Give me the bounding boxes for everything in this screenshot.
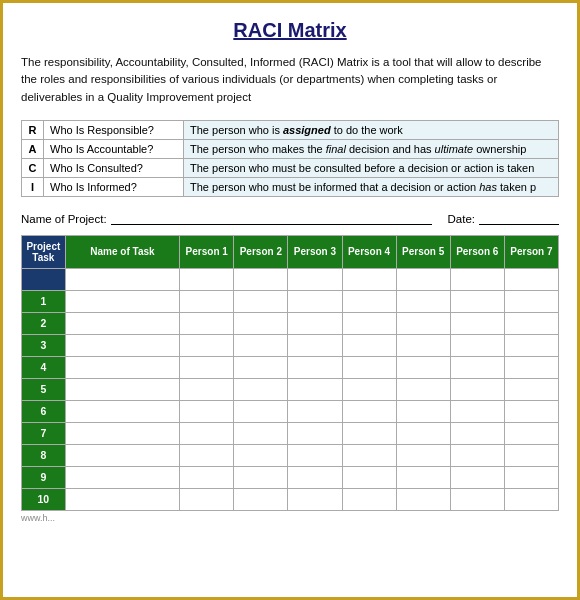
- person1-header: Person 1: [180, 235, 234, 268]
- person-raci-cell: [342, 356, 396, 378]
- person-raci-cell: [342, 422, 396, 444]
- person-raci-cell: [450, 290, 504, 312]
- page-title: RACI Matrix: [21, 19, 559, 42]
- legend-letter: R: [22, 120, 44, 139]
- person-raci-cell: [504, 312, 558, 334]
- person-raci-cell: [180, 312, 234, 334]
- project-task-header: Project Task: [22, 235, 66, 268]
- person-raci-cell: [504, 466, 558, 488]
- legend-question: Who Is Responsible?: [44, 120, 184, 139]
- person-raci-cell: [234, 400, 288, 422]
- person5-header: Person 5: [396, 235, 450, 268]
- person7-header: Person 7: [504, 235, 558, 268]
- person-raci-cell: [504, 378, 558, 400]
- person-raci-cell: [342, 334, 396, 356]
- person-raci-cell: [288, 378, 342, 400]
- person-raci-cell: [504, 422, 558, 444]
- person-raci-cell: [396, 290, 450, 312]
- legend-table: RWho Is Responsible?The person who is as…: [21, 120, 559, 197]
- person-raci-cell: [234, 290, 288, 312]
- person-raci-cell: [504, 400, 558, 422]
- project-label: Name of Project:: [21, 213, 107, 225]
- person-raci-cell: [288, 466, 342, 488]
- legend-description: The person who is assigned to do the wor…: [184, 120, 559, 139]
- row-number: 6: [22, 400, 66, 422]
- person-raci-cell: [396, 312, 450, 334]
- task-name-cell: [65, 290, 179, 312]
- person-raci-cell: [288, 356, 342, 378]
- empty-data-cell: [234, 268, 288, 290]
- person-raci-cell: [234, 488, 288, 510]
- empty-data-cell: [504, 268, 558, 290]
- person-raci-cell: [288, 290, 342, 312]
- project-line: Name of Project: Date:: [21, 211, 559, 225]
- person-raci-cell: [450, 356, 504, 378]
- empty-data-cell: [396, 268, 450, 290]
- task-name-cell: [65, 422, 179, 444]
- person-raci-cell: [180, 290, 234, 312]
- person-raci-cell: [180, 422, 234, 444]
- watermark: www.h...: [21, 513, 559, 523]
- row-number: 7: [22, 422, 66, 444]
- person-raci-cell: [342, 466, 396, 488]
- date-label: Date:: [448, 213, 476, 225]
- person-raci-cell: [504, 334, 558, 356]
- person-raci-cell: [342, 312, 396, 334]
- legend-description: The person who makes the final decision …: [184, 139, 559, 158]
- row-number: 3: [22, 334, 66, 356]
- person-raci-cell: [342, 488, 396, 510]
- person-raci-cell: [180, 400, 234, 422]
- legend-question: Who Is Consulted?: [44, 158, 184, 177]
- person-raci-cell: [504, 444, 558, 466]
- person4-header: Person 4: [342, 235, 396, 268]
- person-raci-cell: [450, 422, 504, 444]
- person-raci-cell: [234, 466, 288, 488]
- person-raci-cell: [396, 334, 450, 356]
- person-raci-cell: [450, 400, 504, 422]
- row-number: 4: [22, 356, 66, 378]
- task-name-cell: [65, 312, 179, 334]
- task-name-cell: [65, 378, 179, 400]
- task-name-cell: [65, 400, 179, 422]
- person-raci-cell: [180, 334, 234, 356]
- person-raci-cell: [450, 334, 504, 356]
- row-number: 1: [22, 290, 66, 312]
- row-number: 2: [22, 312, 66, 334]
- legend-letter: A: [22, 139, 44, 158]
- person-raci-cell: [450, 466, 504, 488]
- person-raci-cell: [396, 422, 450, 444]
- person2-header: Person 2: [234, 235, 288, 268]
- person-raci-cell: [234, 422, 288, 444]
- person-raci-cell: [504, 356, 558, 378]
- person-raci-cell: [396, 466, 450, 488]
- person-raci-cell: [450, 488, 504, 510]
- empty-project-cell: [22, 268, 66, 290]
- person-raci-cell: [180, 488, 234, 510]
- person3-header: Person 3: [288, 235, 342, 268]
- person-raci-cell: [288, 444, 342, 466]
- empty-data-cell: [180, 268, 234, 290]
- person-raci-cell: [504, 290, 558, 312]
- task-name-cell: [65, 466, 179, 488]
- person-raci-cell: [180, 378, 234, 400]
- date-underline: [479, 211, 559, 225]
- person6-header: Person 6: [450, 235, 504, 268]
- person-raci-cell: [180, 444, 234, 466]
- person-raci-cell: [234, 356, 288, 378]
- empty-data-cell: [288, 268, 342, 290]
- person-raci-cell: [234, 378, 288, 400]
- person-raci-cell: [342, 290, 396, 312]
- legend-letter: C: [22, 158, 44, 177]
- task-name-cell: [65, 444, 179, 466]
- person-raci-cell: [288, 312, 342, 334]
- legend-description: The person who must be informed that a d…: [184, 177, 559, 196]
- project-underline: [111, 211, 432, 225]
- person-raci-cell: [450, 312, 504, 334]
- person-raci-cell: [180, 466, 234, 488]
- person-raci-cell: [288, 422, 342, 444]
- person-raci-cell: [234, 334, 288, 356]
- person-raci-cell: [342, 378, 396, 400]
- person-raci-cell: [396, 378, 450, 400]
- person-raci-cell: [396, 488, 450, 510]
- person-raci-cell: [450, 378, 504, 400]
